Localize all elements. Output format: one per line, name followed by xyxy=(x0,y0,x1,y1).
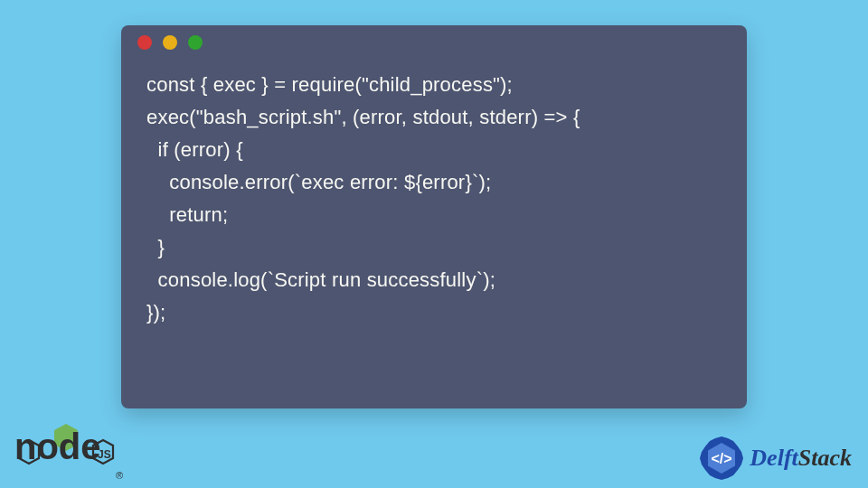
code-line: const { exec } = require("child_process"… xyxy=(146,69,722,101)
code-line: return; xyxy=(146,199,722,231)
code-line: exec("bash_script.sh", (error, stdout, s… xyxy=(146,101,722,134)
delftstack-logo: </> DelftStack xyxy=(697,434,852,483)
nodejs-icon: JS node ® xyxy=(7,421,125,486)
node-word: node xyxy=(14,427,101,466)
gear-code-icon: </> xyxy=(697,434,746,483)
svg-text:</>: </> xyxy=(712,451,732,466)
titlebar xyxy=(121,25,747,60)
node-logo: JS node ® xyxy=(7,421,125,486)
maximize-icon[interactable] xyxy=(188,35,203,50)
code-line: console.log(`Script run successfully`); xyxy=(146,264,722,296)
logo-text: DelftStack xyxy=(750,445,852,472)
code-line: if (error) { xyxy=(146,134,722,166)
code-line: console.error(`exec error: ${error}`); xyxy=(146,166,722,199)
code-body: const { exec } = require("child_process"… xyxy=(121,60,747,329)
code-line: }); xyxy=(146,296,722,329)
minimize-icon[interactable] xyxy=(163,35,177,50)
close-icon[interactable] xyxy=(137,35,152,50)
code-window: const { exec } = require("child_process"… xyxy=(121,25,747,408)
code-line: } xyxy=(146,231,722,264)
registered-mark: ® xyxy=(116,470,123,481)
